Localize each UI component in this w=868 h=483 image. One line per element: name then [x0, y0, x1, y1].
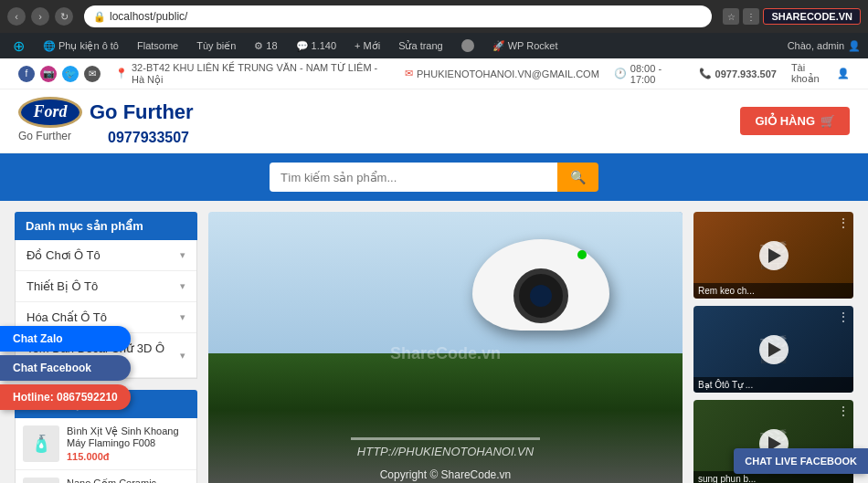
admin-user-icon[interactable]: 👤	[848, 40, 861, 52]
email-icon: ✉	[405, 68, 413, 79]
search-button[interactable]: 🔍	[557, 163, 598, 192]
admin-tuy-bien[interactable]: Tùy biến	[191, 33, 241, 58]
browser-chrome: ‹ › ↻ 🔒 localhost/public/ ☆ ⋮ SHARECODE.…	[0, 0, 868, 33]
banner-url: HTTP://PHUKIENOTOHANOI.VN	[357, 445, 534, 458]
do-choi-label: Đồ Chơi Ô Tô	[26, 248, 101, 262]
admin-new[interactable]: + Mới	[349, 33, 386, 58]
hoa-chat-label: Hóa Chất Ô Tô	[26, 310, 107, 324]
contact-bar: f 📷 🐦 ✉ 📍 32-BT42 KHU LIÊN KỀ TRUNG VĂN …	[0, 58, 868, 89]
search-input[interactable]	[270, 163, 557, 192]
chevron-down-icon-2: ▾	[180, 280, 185, 292]
admin-edit-page[interactable]: Sửa trang	[393, 33, 449, 58]
video-title-1: Rem keo ch...	[693, 283, 853, 299]
contact-email: ✉ PHUKIENOTOHANOI.VN@GMAIL.COM	[405, 68, 599, 79]
site-header: Ford Go Further Go Further 0977933507 GI…	[0, 89, 868, 153]
wp-rocket-label: WP Rocket	[508, 40, 558, 51]
refresh-button[interactable]: ↻	[55, 7, 73, 26]
sharecode-logo: SHARECODE.VN	[763, 8, 861, 25]
header-phone[interactable]: 0977933507	[108, 130, 189, 146]
hotline-button[interactable]: Hotline: 0867592210	[0, 384, 131, 410]
sidebar-item-do-choi[interactable]: Đồ Chơi Ô Tô ▾	[16, 240, 196, 271]
admin-flatsome[interactable]: Flatsome	[132, 33, 184, 58]
rec-info-2: Nano Gốm Ceramic Flamingo F101 250.000đ	[67, 478, 189, 483]
edit-label: Sửa trang	[398, 40, 443, 52]
contact-phone[interactable]: 📞 0977.933.507	[699, 68, 777, 79]
rec-name-2: Nano Gốm Ceramic Flamingo F101	[67, 478, 189, 483]
rec-item-2[interactable]: 🔧 Nano Gốm Ceramic Flamingo F101 250.000…	[16, 470, 196, 483]
play-button-1[interactable]	[759, 241, 789, 270]
sidebar-item-thiet-bi[interactable]: Thiết Bị Ô Tô ▾	[16, 271, 196, 302]
menu-icon[interactable]: ⋮	[743, 8, 759, 25]
cart-button[interactable]: GIỎ HÀNG 🛒	[740, 107, 850, 135]
email-text: PHUKIENOTOHANOI.VN@GMAIL.COM	[417, 68, 599, 79]
rocket-icon: 🚀	[492, 40, 505, 52]
cart-icon: 🛒	[820, 114, 835, 128]
mail-social-icon[interactable]: ✉	[84, 66, 101, 82]
admin-wp-icon[interactable]	[456, 33, 480, 58]
ford-oval-logo: Ford	[18, 97, 82, 128]
admin-messages[interactable]: 💬 1.140	[291, 33, 343, 58]
admin-wp-rocket[interactable]: 🚀 WP Rocket	[487, 33, 564, 58]
message-icon: 💬	[296, 40, 309, 52]
right-sidebar: 🎬 ⋮ Rem keo ch... 🎬 ⋮ Bạt Ôtô Tự ... 🎬	[693, 212, 853, 483]
phone-icon: 📞	[699, 68, 712, 79]
wp-circle-icon	[461, 39, 474, 52]
url-bar[interactable]: 🔒 localhost/public/	[84, 5, 712, 27]
go-further-sub: Go Further	[18, 130, 71, 146]
facebook-social-icon[interactable]: f	[18, 66, 35, 82]
rec-price-1: 115.000đ	[67, 451, 189, 462]
go-further-tagline: Go Further	[90, 100, 194, 124]
bookmark-icon[interactable]: ☆	[723, 8, 739, 25]
chat-zalo-button[interactable]: Chat Zalo	[0, 326, 131, 352]
account-area[interactable]: Tài khoản 👤	[791, 62, 850, 85]
search-section: 🔍	[0, 153, 868, 201]
logo-area: Ford Go Further Go Further 0977933507	[18, 97, 194, 146]
phu-kien-label: Phụ kiện ô tô	[58, 40, 119, 52]
admin-right: Chào, admin 👤	[788, 40, 861, 52]
gear-icon: ⚙	[254, 40, 263, 52]
phu-kien-icon: 🌐	[43, 40, 56, 52]
hours-text: 08:00 - 17:00	[630, 63, 684, 85]
forward-button[interactable]: ›	[31, 7, 49, 26]
admin-count[interactable]: ⚙ 18	[249, 33, 282, 58]
more-options-icon-2[interactable]: ⋮	[837, 310, 850, 324]
location-icon: 📍	[115, 68, 128, 79]
search-bar: 🔍	[270, 163, 598, 192]
more-options-icon-1[interactable]: ⋮	[837, 215, 850, 230]
recommendation-list: 🧴 Bình Xịt Vệ Sinh Khoang Máy Flamingo F…	[15, 418, 197, 483]
rec-item-1[interactable]: 🧴 Bình Xịt Vệ Sinh Khoang Máy Flamingo F…	[16, 418, 196, 470]
rec-info-1: Bình Xịt Vệ Sinh Khoang Máy Flamingo F00…	[67, 425, 189, 462]
account-text: Tài khoản	[791, 62, 831, 85]
rec-img-1: 🧴	[23, 425, 59, 462]
video-thumb-1[interactable]: 🎬 ⋮ Rem keo ch...	[693, 212, 853, 299]
chat-facebook-button[interactable]: Chat Facebook	[0, 355, 131, 381]
floating-buttons: Chat Zalo Chat Facebook Hotline: 0867592…	[0, 326, 131, 410]
account-icon: 👤	[837, 68, 850, 79]
flatsome-label: Flatsome	[137, 40, 178, 51]
banner-copyright: Copyright © ShareCode.vn	[380, 468, 512, 481]
browser-actions: ☆ ⋮ SHARECODE.VN	[723, 8, 861, 25]
video-thumb-2[interactable]: 🎬 ⋮ Bạt Ôtô Tự ...	[693, 306, 853, 393]
zalo-label: Chat Zalo	[13, 332, 63, 345]
count-label: 18	[266, 40, 277, 51]
video-title-2: Bạt Ôtô Tự ...	[693, 377, 853, 393]
ford-logo[interactable]: Ford Go Further	[18, 97, 194, 128]
chat-live-button[interactable]: CHAT LIVE FACEBOOK	[734, 448, 868, 474]
header-right: GIỎ HÀNG 🛒	[740, 107, 850, 135]
admin-phu-kien[interactable]: 🌐 Phụ kiện ô tô	[37, 33, 124, 58]
instagram-icon[interactable]: 📷	[40, 66, 57, 82]
ford-text: Ford	[33, 102, 67, 121]
thiet-bi-label: Thiết Bị Ô Tô	[26, 279, 98, 293]
twitter-icon[interactable]: 🐦	[62, 66, 79, 82]
banner: ShareCode.vn HTTP://PHUKIENOTOHANOI.VN C…	[208, 212, 683, 483]
center-content: ShareCode.vn HTTP://PHUKIENOTOHANOI.VN C…	[208, 212, 683, 483]
wp-logo[interactable]: ⊕	[7, 33, 30, 58]
more-options-icon-3[interactable]: ⋮	[837, 404, 850, 418]
phone-text: 0977.933.507	[715, 68, 777, 79]
facebook-label: Chat Facebook	[13, 362, 91, 374]
chat-live-label: CHAT LIVE FACEBOOK	[745, 456, 857, 467]
banner-watermark: ShareCode.vn	[390, 344, 501, 363]
greeting-text: Chào, admin	[788, 40, 844, 51]
play-button-2[interactable]	[759, 335, 789, 364]
back-button[interactable]: ‹	[7, 7, 26, 26]
